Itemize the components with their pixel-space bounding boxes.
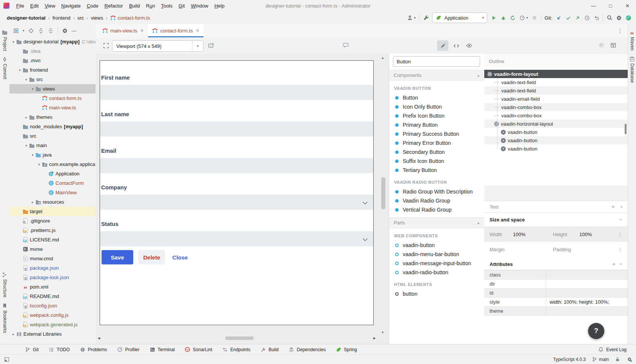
breadcrumb-item[interactable]: contact-form.ts: [110, 15, 150, 21]
tree-chevron-icon[interactable]: ▾: [30, 153, 35, 157]
editor-tab-contact-form.ts[interactable]: contact-form.ts✕: [148, 24, 203, 37]
artboard-icon[interactable]: [103, 43, 109, 49]
scroll-up-icon[interactable]: ▲: [381, 56, 384, 60]
project-tree-row[interactable]: {}tsconfig.json: [9, 301, 95, 310]
project-tree-row[interactable]: mpom.xml: [9, 282, 95, 292]
palette-item[interactable]: Vertical Radio Group: [389, 205, 485, 214]
menu-file[interactable]: File: [13, 2, 27, 10]
project-tree-row[interactable]: {}package.json: [9, 263, 95, 273]
outline-row[interactable]: +vaadin-button: [484, 144, 628, 153]
menu-edit[interactable]: Edit: [27, 2, 42, 10]
form-field-input-email[interactable]: [100, 158, 373, 173]
form-preview[interactable]: First nameLast nameEmailCompanyStatus Sa…: [100, 60, 374, 325]
plus-circle-icon[interactable]: +: [501, 138, 506, 143]
project-tree-row[interactable]: node_modules[myapp]: [9, 122, 95, 131]
plus-circle-icon[interactable]: +: [501, 146, 506, 151]
settings-button[interactable]: [616, 15, 622, 21]
form-field-input-company[interactable]: [100, 195, 373, 210]
save-button[interactable]: Save: [102, 250, 133, 264]
close-button[interactable]: Close: [170, 250, 190, 264]
tool-stripe-structure[interactable]: Structure: [2, 272, 8, 298]
menu-run[interactable]: Run: [143, 2, 158, 10]
outline-scrollbar[interactable]: [625, 124, 627, 134]
breadcrumb-item[interactable]: designer-tutorial: [7, 15, 46, 21]
collapse-icon[interactable]: ▲: [477, 74, 480, 77]
scroll-right-icon[interactable]: ▶: [373, 336, 376, 340]
select-opened-file-icon[interactable]: [13, 28, 19, 34]
attribute-value[interactable]: [546, 270, 628, 279]
project-tree-row[interactable]: ▸resources: [9, 197, 95, 207]
breadcrumb-item[interactable]: src: [77, 15, 84, 21]
chevron-down-icon[interactable]: ›: [619, 263, 625, 265]
form-field-input-status[interactable]: [100, 231, 373, 246]
tree-chevron-icon[interactable]: ▸: [30, 200, 35, 204]
typescript-version[interactable]: TypeScript 4.0.3: [553, 357, 586, 362]
tree-chevron-icon[interactable]: ▾: [30, 87, 35, 91]
expand-all-icon[interactable]: [38, 28, 44, 34]
more-options-icon[interactable]: ⋮: [618, 232, 622, 237]
close-tab-icon[interactable]: ✕: [196, 28, 199, 33]
palette-section-header[interactable]: Parts▲: [389, 217, 485, 228]
palette-item[interactable]: Prefix Icon Button: [389, 111, 485, 120]
project-tree-row[interactable]: ▾com.example.applica: [9, 160, 95, 169]
project-tree-row[interactable]: ▾java: [9, 150, 95, 160]
palette-item[interactable]: Primary Button: [389, 120, 485, 129]
toolwindow-button-build[interactable]: Build: [256, 344, 284, 355]
margin-label[interactable]: Margin: [490, 247, 553, 252]
project-tree-row[interactable]: .idea: [9, 46, 95, 56]
project-tree-row[interactable]: JS.prettierrc.js: [9, 226, 95, 235]
wrench-icon[interactable]: [423, 15, 429, 21]
outline-row[interactable]: +vaadin-button: [484, 128, 628, 136]
toolwindow-button-spring[interactable]: Spring: [331, 344, 362, 355]
outline-row[interactable]: vaadin-text-field: [484, 78, 628, 86]
project-tree-row[interactable]: JSwebpack.generated.js: [9, 320, 95, 329]
menu-navigate[interactable]: Navigate: [58, 2, 83, 10]
chevron-down-icon[interactable]: ›: [619, 219, 625, 221]
project-tree-row[interactable]: JSwebpack.config.js: [9, 310, 95, 320]
split-view-icon[interactable]: [208, 43, 214, 49]
project-tree-row[interactable]: {}package-lock.json: [9, 273, 95, 282]
palette-item[interactable]: Suffix Icon Button: [389, 157, 485, 166]
project-tree-row[interactable]: src: [9, 131, 95, 141]
palette-item[interactable]: Primary Success Button: [389, 129, 485, 138]
size-section-header[interactable]: Size and space ›: [484, 213, 628, 227]
connection-disabled-icon[interactable]: [599, 42, 605, 48]
combo-chevron-icon[interactable]: [362, 237, 368, 243]
project-tree-row[interactable]: target: [9, 207, 95, 216]
project-tree-row[interactable]: contact-form.ts: [9, 94, 95, 103]
width-value[interactable]: 100%: [513, 232, 553, 237]
outline-row[interactable]: −vaadin-form-layout: [484, 70, 628, 78]
outline-row[interactable]: vaadin-text-field: [484, 86, 628, 95]
tree-chevron-icon[interactable]: ▸: [11, 332, 16, 336]
palette-item[interactable]: vaadin-radio-button: [389, 268, 485, 277]
breadcrumb-item[interactable]: frontend: [52, 15, 71, 21]
menu-window[interactable]: Window: [188, 2, 211, 10]
collapse-all-icon[interactable]: [48, 28, 54, 34]
project-tree-row[interactable]: MDREADME.md: [9, 292, 95, 301]
plus-circle-icon[interactable]: +: [501, 130, 506, 135]
horizontal-scrollbar[interactable]: [225, 336, 254, 340]
minus-circle-icon[interactable]: −: [487, 72, 492, 77]
project-tree-row[interactable]: ▾frontend: [9, 65, 95, 75]
scroll-left-icon[interactable]: ◀: [98, 336, 100, 340]
viewport-select[interactable]: Viewport (574 x 549) ▾: [112, 40, 203, 52]
project-tree-row[interactable]: ▾views: [9, 84, 95, 94]
component-search-input[interactable]: [393, 56, 480, 67]
palette-item[interactable]: Icon Only Button: [389, 102, 485, 111]
tree-chevron-icon[interactable]: ▾: [24, 144, 29, 147]
run-with-coverage-button[interactable]: [510, 15, 516, 21]
attribute-value[interactable]: [546, 289, 628, 297]
tool-stripe-project[interactable]: Project: [2, 29, 8, 51]
locate-icon[interactable]: [28, 28, 34, 34]
toolwindow-button-sonarlint[interactable]: SonarLint: [180, 344, 217, 355]
form-field-input-first-name[interactable]: [100, 85, 373, 100]
more-options-icon[interactable]: ⋮: [618, 247, 622, 252]
minimize-button[interactable]: —: [585, 0, 602, 11]
run-button[interactable]: [491, 15, 497, 21]
history-button[interactable]: [584, 15, 590, 21]
tool-stripe-maven[interactable]: mMaven: [629, 29, 635, 51]
close-button[interactable]: ✕: [619, 0, 636, 11]
vertical-scrollbar[interactable]: [381, 177, 385, 209]
palette-section-header[interactable]: Components▲: [389, 70, 485, 81]
palette-item[interactable]: vaadin-message-input-button: [389, 259, 485, 268]
